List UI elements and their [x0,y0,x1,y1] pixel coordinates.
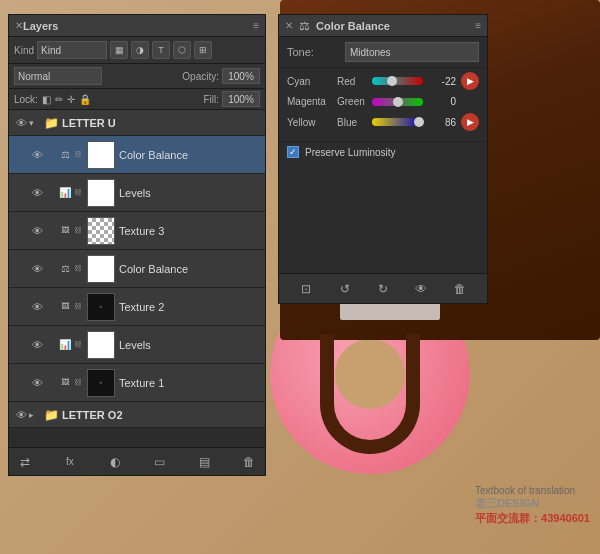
lock-label: Lock: [14,94,38,105]
yellow-blue-track[interactable] [372,118,423,126]
fill-input[interactable]: 100% [222,91,260,107]
filter-kind-select[interactable]: Kind [37,41,107,59]
chain-lv1: ⛓ [73,188,83,198]
cyan-label: Cyan [287,76,332,87]
red-label: Red [337,76,367,87]
lock-brush-icon[interactable]: ✏ [55,94,63,105]
chain-cb1: ⛓ [73,150,83,160]
layer-row-texture-3[interactable]: 👁 🖼 ⛓ Texture 3 [9,212,265,250]
lock-all-icon[interactable]: 🔒 [79,94,91,105]
prop-redo-icon[interactable]: ↻ [372,278,394,300]
cyan-red-thumb[interactable] [387,76,397,86]
prop-visibility-icon[interactable]: 👁 [410,278,432,300]
link-color-balance-1 [45,149,57,161]
blend-mode-select[interactable]: Normal Dissolve Multiply Screen Overlay [14,67,102,85]
layer-row-color-balance-2[interactable]: 👁 ⚖ ⛓ Color Balance [9,250,265,288]
new-adjustment-icon[interactable]: ◐ [105,452,125,472]
opacity-label: Opacity: [182,71,219,82]
properties-titlebar: ✕ ⚖ Color Balance ≡ [279,15,487,37]
layer-row-color-balance-1[interactable]: 👁 ⚖ ⛓ Color Balance [9,136,265,174]
lock-transparent-icon[interactable]: ◧ [42,94,51,105]
sliders-section: Cyan Red -22 ▶ Magenta Green 0 Yellow Bl… [279,68,487,141]
magenta-green-thumb[interactable] [393,97,403,107]
group-arrow-letter-u[interactable]: ▾ [29,118,41,128]
group-arrow-letter-o2[interactable]: ▸ [29,410,41,420]
chain-lv2: ⛓ [73,340,83,350]
thumb-cb2 [87,255,115,283]
filter-adjust-icon[interactable]: ◑ [131,41,149,59]
watermark-line2: 老三DESIGN [475,496,590,511]
group-name-letter-o2: LETTER O2 [62,409,123,421]
properties-close-icon[interactable]: ✕ [285,20,293,31]
chain-tx3: ⛓ [73,226,83,236]
properties-menu-icon[interactable]: ≡ [475,20,481,31]
link-levels-2 [45,339,57,351]
cyan-red-arrow[interactable]: ▶ [461,72,479,90]
lock-fill-bar: Lock: ◧ ✏ ✛ 🔒 Fill: 100% [9,89,265,110]
group-eye-letter-o2[interactable]: 👁 [13,407,29,423]
filter-shape-icon[interactable]: ⬡ [173,41,191,59]
link-icon[interactable]: ⇄ [15,452,35,472]
filter-pixel-icon[interactable]: ▦ [110,41,128,59]
eye-color-balance-1[interactable]: 👁 [29,147,45,163]
prop-clip-icon[interactable]: ⊡ [295,278,317,300]
group-header-letter-o2[interactable]: 👁 ▸ 📁 LETTER O2 [9,402,265,428]
layer-name-cb2: Color Balance [119,263,188,275]
filter-smart-icon[interactable]: ⊞ [194,41,212,59]
link-texture-2 [45,301,57,313]
layer-row-levels-1[interactable]: 👁 📊 ⛓ Levels [9,174,265,212]
lock-move-icon[interactable]: ✛ [67,94,75,105]
filter-label: Kind [14,45,34,56]
icon-texture-3: 🖼 [57,223,73,239]
eye-texture-2[interactable]: 👁 [29,299,45,315]
delete-layer-icon[interactable]: 🗑 [239,452,259,472]
eye-texture-3[interactable]: 👁 [29,223,45,239]
link-texture-3 [45,225,57,237]
group-header-letter-u[interactable]: 👁 ▾ 📁 LETTER U [9,110,265,136]
preserve-luminosity-checkbox[interactable]: ✓ [287,146,299,158]
layer-name-texture-2: Texture 2 [119,301,164,313]
folder-icon-letter-u: 📁 [44,116,59,130]
group-name-letter-u: LETTER U [62,117,116,129]
thumb-texture-1: ▪ [87,369,115,397]
new-layer-icon[interactable]: ▤ [194,452,214,472]
group-eye-letter-u[interactable]: 👁 [13,115,29,131]
thumb-cb1 [87,141,115,169]
layer-row-texture-1[interactable]: 👁 🖼 ⛓ ▪ Texture 1 [9,364,265,402]
yellow-blue-arrow[interactable]: ▶ [461,113,479,131]
chain-cb2: ⛓ [73,264,83,274]
chain-tx1: ⛓ [73,378,83,388]
eye-levels-1[interactable]: 👁 [29,185,45,201]
watermark: Textbook of translation 老三DESIGN 平面交流群：4… [475,485,590,526]
blue-label: Blue [337,117,367,128]
eye-cb2[interactable]: 👁 [29,261,45,277]
yellow-blue-thumb[interactable] [414,117,424,127]
yellow-blue-value: 86 [428,117,456,128]
opacity-input[interactable]: 100% [222,68,260,84]
cyan-red-track[interactable] [372,77,423,85]
link-texture-1 [45,377,57,389]
layer-row-levels-2[interactable]: 👁 📊 ⛓ Levels [9,326,265,364]
fx-icon[interactable]: fx [60,452,80,472]
layers-menu-icon[interactable]: ≡ [253,20,259,31]
eye-levels-2[interactable]: 👁 [29,337,45,353]
layers-close-icon[interactable]: ✕ [15,20,23,31]
layer-name-lv2: Levels [119,339,151,351]
tone-select[interactable]: Shadows Midtones Highlights [345,42,479,62]
eye-texture-1[interactable]: 👁 [29,375,45,391]
icon-texture-2: 🖼 [57,299,73,315]
layer-row-texture-2[interactable]: 👁 🖼 ⛓ ▪ Texture 2 [9,288,265,326]
magenta-label: Magenta [287,96,332,107]
properties-panel: ✕ ⚖ Color Balance ≡ Tone: Shadows Midton… [278,14,488,304]
properties-panel-title: Color Balance [316,20,390,32]
thumb-texture-2: ▪ [87,293,115,321]
layers-panel-title: Layers [23,20,58,32]
folder-icon-letter-o2: 📁 [44,408,59,422]
layers-filter-bar: Kind Kind ▦ ◑ T ⬡ ⊞ [9,37,265,64]
magenta-green-track[interactable] [372,98,423,106]
new-group-icon[interactable]: ▭ [149,452,169,472]
prop-delete-icon[interactable]: 🗑 [449,278,471,300]
prop-undo-icon[interactable]: ↺ [334,278,356,300]
properties-bottom-bar: ⊡ ↺ ↻ 👁 🗑 [279,273,487,303]
filter-type-icon[interactable]: T [152,41,170,59]
